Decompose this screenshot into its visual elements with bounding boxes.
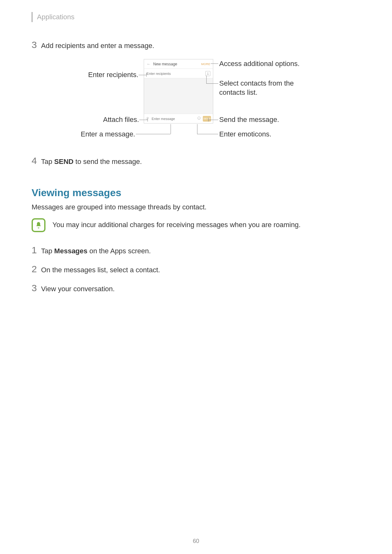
step-number: 3 xyxy=(32,39,41,50)
leader-line xyxy=(208,120,214,120)
step-text: Tap SEND to send the message. xyxy=(41,158,142,166)
callout-send: Send the message. xyxy=(219,115,279,124)
recipients-row xyxy=(144,69,213,78)
svg-point-0 xyxy=(207,72,208,73)
step-text-pre: Tap xyxy=(41,158,54,166)
send-button[interactable]: SEND xyxy=(203,116,211,122)
leader-line xyxy=(211,63,218,64)
section-heading: Viewing messages xyxy=(32,187,360,199)
leader-line xyxy=(139,120,148,120)
new-message-diagram: ← New message MORE SEND xyxy=(32,58,360,142)
phone-screen: ← New message MORE SEND xyxy=(144,59,213,123)
bell-icon xyxy=(32,218,45,232)
callout-attach-files: Attach files. xyxy=(73,115,139,124)
callout-access-more: Access additional options. xyxy=(219,59,299,69)
callout-select-contacts: Select contacts from the contacts list. xyxy=(219,79,308,97)
step-text-post: to send the message. xyxy=(74,158,142,166)
phone-titlebar: ← New message MORE xyxy=(144,59,213,69)
leader-line xyxy=(214,120,218,120)
leader-line xyxy=(206,75,207,83)
recipients-input[interactable] xyxy=(147,72,203,75)
page-number: 60 xyxy=(0,538,392,545)
step-text: Add recipients and enter a message. xyxy=(41,42,154,50)
svg-point-3 xyxy=(199,118,200,118)
step-number: 3 xyxy=(32,283,41,293)
compose-row: SEND xyxy=(144,114,213,123)
page-header: Applications xyxy=(32,12,360,22)
step-text: View your conversation. xyxy=(41,285,115,293)
emoticon-icon[interactable] xyxy=(197,116,201,121)
back-arrow-icon[interactable]: ← xyxy=(147,62,151,66)
leader-line xyxy=(148,118,148,122)
message-input[interactable] xyxy=(152,117,195,121)
attach-icon[interactable] xyxy=(146,116,150,121)
more-button[interactable]: MORE xyxy=(201,63,210,66)
leader-line xyxy=(136,134,171,134)
phone-title: New message xyxy=(153,62,199,66)
callout-emoticons: Enter emoticons. xyxy=(219,130,271,139)
message-body-area xyxy=(144,78,213,114)
step-text-bold: SEND xyxy=(54,158,74,166)
step-row: 3 View your conversation. xyxy=(32,283,360,293)
step-number: 1 xyxy=(32,245,41,256)
step-number: 2 xyxy=(32,264,41,274)
step-row: 2 On the messages list, select a contact… xyxy=(32,264,360,274)
note-row: You may incur additional charges for rec… xyxy=(32,218,360,232)
leader-line xyxy=(197,124,197,134)
step-text: Tap Messages on the Apps screen. xyxy=(41,247,151,255)
header-bar-icon xyxy=(32,12,33,22)
step-row: 4 Tap SEND to send the message. xyxy=(32,155,360,166)
leader-line xyxy=(206,83,218,84)
step-text-bold: Messages xyxy=(54,247,87,255)
leader-line xyxy=(197,134,218,134)
leader-line xyxy=(171,124,171,134)
svg-point-2 xyxy=(198,118,199,118)
leader-line xyxy=(139,75,146,75)
callout-enter-recipients: Enter recipients. xyxy=(66,70,138,80)
header-title: Applications xyxy=(37,13,75,21)
note-text: You may incur additional charges for rec… xyxy=(52,218,301,229)
step-row: 1 Tap Messages on the Apps screen. xyxy=(32,245,360,256)
svg-point-1 xyxy=(198,117,201,120)
section-paragraph: Messages are grouped into message thread… xyxy=(32,203,360,211)
step-text-post: on the Apps screen. xyxy=(87,247,151,255)
step-row: 3 Add recipients and enter a message. xyxy=(32,39,360,50)
callout-enter-message: Enter a message. xyxy=(63,130,135,139)
step-text: On the messages list, select a contact. xyxy=(41,266,160,274)
step-number: 4 xyxy=(32,155,41,166)
step-text-pre: Tap xyxy=(41,247,54,255)
leader-line xyxy=(146,73,147,77)
